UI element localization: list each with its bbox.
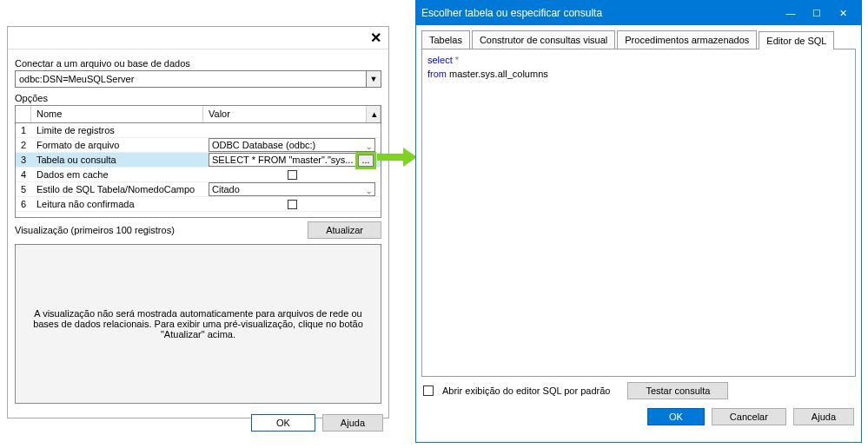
minimize-icon[interactable]: —: [778, 8, 804, 18]
tab-tables[interactable]: Tabelas: [421, 30, 470, 49]
help-button[interactable]: Ajuda: [322, 414, 383, 432]
connect-label: Conectar a um arquivo ou base de dados: [15, 58, 381, 69]
grid-row[interactable]: 1 Limite de registros: [16, 123, 381, 138]
ok-button[interactable]: OK: [251, 414, 315, 432]
sql-editor[interactable]: select * from master.sys.all_columns: [421, 49, 856, 377]
open-sql-editor-label: Abrir exibição do editor SQL por padrão: [442, 385, 610, 396]
close-icon[interactable]: ✕: [370, 30, 381, 46]
tab-stored-procs[interactable]: Procedimentos armazenados: [617, 30, 757, 49]
preview-label: Visualização (primeiros 100 registros): [15, 225, 308, 235]
uncommitted-read-checkbox: [288, 200, 297, 209]
dsn-combo[interactable]: ▼: [15, 70, 381, 88]
query-field: SELECT * FROM "master"."sys......: [209, 153, 375, 167]
ellipsis-button[interactable]: ...: [358, 155, 374, 167]
update-button[interactable]: Atualizar: [308, 221, 381, 239]
arrow-icon: [377, 148, 417, 167]
preview-message: A visualização não será mostrada automat…: [33, 308, 363, 339]
tab-sql-editor[interactable]: Editor de SQL: [759, 31, 834, 49]
col-header-name: Nome: [31, 106, 203, 122]
chevron-down-icon[interactable]: ⌄: [366, 141, 373, 153]
dsn-input[interactable]: [15, 70, 366, 88]
options-label: Opções: [15, 93, 381, 103]
scroll-up-icon[interactable]: ▴: [367, 106, 381, 122]
titlebar: ✕: [8, 27, 388, 49]
grid-row[interactable]: 2 Formato de arquivo ODBC Database (odbc…: [16, 138, 381, 153]
grid-row[interactable]: 5 Estilo de SQL Tabela/NomedoCampo Citad…: [16, 182, 381, 197]
input-connection-dialog: ✕ Conectar a um arquivo ou base de dados…: [7, 26, 389, 418]
options-grid: Nome Valor ▴ 1 Limite de registros 2 For…: [15, 105, 381, 218]
help-button[interactable]: Ajuda: [793, 408, 854, 425]
grid-row[interactable]: 6 Leitura não confirmada: [16, 197, 381, 212]
chevron-down-icon[interactable]: ⌄: [366, 185, 373, 197]
close-icon[interactable]: ✕: [830, 8, 856, 19]
maximize-icon[interactable]: ☐: [804, 8, 830, 19]
choose-table-dialog: Escolher tabela ou especificar consulta …: [415, 0, 862, 443]
titlebar: Escolher tabela ou especificar consulta …: [416, 1, 861, 25]
chevron-down-icon[interactable]: ▼: [366, 70, 381, 88]
sql-style-dropdown: Citado⌄: [209, 182, 375, 196]
window-title: Escolher tabela ou especificar consulta: [421, 7, 778, 19]
tab-bar: Tabelas Construtor de consultas visual P…: [421, 30, 856, 49]
grid-row[interactable]: 4 Dados em cache: [16, 168, 381, 182]
cache-checkbox: [288, 170, 297, 180]
ok-button[interactable]: OK: [647, 408, 705, 425]
cancel-button[interactable]: Cancelar: [712, 408, 786, 425]
tab-visual-query[interactable]: Construtor de consultas visual: [472, 30, 615, 49]
test-query-button[interactable]: Testar consulta: [627, 382, 728, 399]
open-sql-editor-checkbox[interactable]: [423, 385, 434, 396]
file-format-dropdown: ODBC Database (odbc:)⌄: [209, 138, 375, 152]
col-header-value: Valor: [203, 106, 367, 122]
grid-row-selected[interactable]: 3 Tabela ou consulta SELECT * FROM "mast…: [16, 153, 381, 168]
preview-panel: A visualização não será mostrada automat…: [15, 244, 381, 404]
